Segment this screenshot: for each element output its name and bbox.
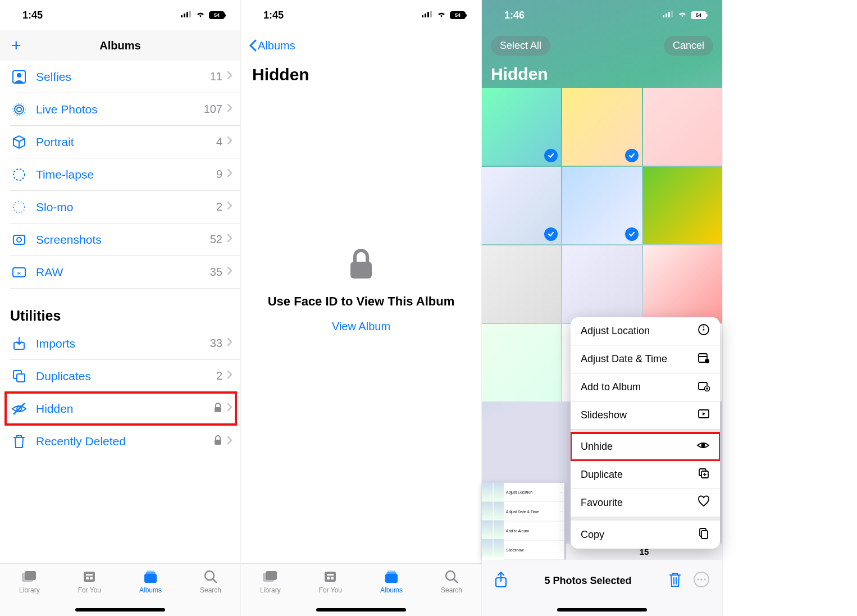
menu-copy[interactable]: Copy [571,521,720,549]
row-label: Screenshots [36,233,210,247]
menu-adjdt[interactable]: Adjust Date & Time [571,345,720,373]
row-label: Time-lapse [36,168,216,181]
album-row-hidden[interactable]: Hidden [10,393,240,425]
cellular-icon [422,10,433,21]
photo-thumb[interactable] [482,88,561,166]
more-button[interactable] [693,571,710,591]
svg-rect-42 [327,577,330,580]
tab-search[interactable]: Search [200,569,221,616]
menu-duplicate[interactable]: Duplicate [571,461,720,489]
wifi-icon [436,10,446,21]
photo-thumb[interactable] [643,167,722,244]
album-row-duplicates[interactable]: Duplicates 2 [10,360,240,393]
slomo-icon [10,198,28,216]
menu-favourite[interactable]: Favourite [571,489,720,517]
back-button[interactable]: Albums [249,39,295,52]
raw-icon: R [10,263,28,281]
screen-hidden-locked: 1:45 54 Albums Hidden Use Face ID to Vie… [241,0,482,616]
home-indicator[interactable] [75,608,165,612]
svg-rect-26 [86,577,89,580]
cellular-icon [663,10,674,21]
album-row-screenshots[interactable]: Screenshots 52 [10,223,240,256]
svg-rect-44 [385,574,398,583]
row-count: 2 [216,200,222,213]
tab-library[interactable]: Library [260,569,281,616]
menu-icon [698,495,710,510]
svg-rect-21 [215,440,221,445]
mini-row: Adjust Location· [504,483,564,502]
row-count: 52 [210,233,222,246]
photo-thumb[interactable] [562,88,641,166]
menu-addalbum[interactable]: Add to Album [571,373,720,401]
tab-label: Albums [380,586,403,594]
row-label: Selfies [36,70,210,84]
screen-hidden-select: 1:46 54 Select All Cancel Hidden [482,0,723,616]
status-bar: 1:45 54 [241,0,481,30]
svg-rect-45 [386,572,396,574]
album-row-selfies[interactable]: Selfies 11 [10,61,240,93]
section-utilities: Utilities [10,308,240,324]
home-indicator[interactable] [316,608,406,612]
page-title: Hidden [491,65,713,84]
tab-library[interactable]: Library [19,569,40,616]
row-count: 4 [216,135,222,148]
duplicates-icon [10,367,28,385]
menu-icon: i [698,323,710,339]
album-row-timelapse[interactable]: Time-lapse 9 [10,158,240,191]
menu-label: Adjust Date & Time [581,353,667,365]
tab-icon [262,569,279,584]
tab-search[interactable]: Search [441,569,462,616]
tab-label: Library [19,586,40,594]
portrait-icon [10,133,28,151]
photo-thumb[interactable] [482,245,561,323]
home-indicator[interactable] [557,608,647,612]
svg-line-32 [213,579,216,582]
svg-line-19 [13,403,25,414]
albums-list[interactable]: Selfies 11 Live Photos 107 Portrait 4 Ti… [0,61,240,563]
album-row-recentlydeleted[interactable]: Recently Deleted [10,425,240,458]
trash-button[interactable] [668,572,682,590]
mini-row: Add to Album· [504,521,564,540]
photo-thumb[interactable] [562,167,641,244]
svg-rect-24 [84,572,95,582]
select-all-button[interactable]: Select All [491,36,550,56]
menu-slideshow[interactable]: Slideshow [571,401,720,430]
tab-icon [81,569,98,584]
row-count: 2 [216,369,222,382]
menu-unhide[interactable]: Unhide [571,433,720,461]
status-bar: 1:45 54 [0,0,240,30]
tab-icon [202,569,219,584]
cancel-button[interactable]: Cancel [664,36,713,56]
album-row-livephotos[interactable]: Live Photos 107 [10,93,240,126]
album-row-slomo[interactable]: Slo-mo 2 [10,191,240,223]
photo-thumb[interactable] [643,88,722,166]
mini-row: Slideshow· [504,541,564,560]
selected-checkmark-icon [544,227,558,241]
photo-thumb[interactable] [562,245,641,323]
nav-bar: Albums [241,30,481,61]
album-row-imports[interactable]: Imports 33 [10,327,240,360]
photo-thumb[interactable] [482,324,561,401]
svg-rect-50 [665,13,667,17]
svg-rect-34 [425,13,426,17]
share-button[interactable] [494,571,508,591]
tab-icon [443,569,460,584]
album-row-raw[interactable]: R RAW 35 [10,256,240,289]
chevron-right-icon [227,201,233,213]
mini-row: Adjust Date & Time· [504,502,564,521]
imports-icon [10,335,28,353]
chevron-right-icon [227,71,233,83]
selected-checkmark-icon [625,149,639,162]
menu-adjloc[interactable]: Adjust Location i [571,317,720,345]
chevron-right-icon [227,266,233,278]
view-album-link[interactable]: View Album [332,320,390,333]
selection-count: 5 Photos Selected [544,575,631,587]
menu-label: Adjust Location [581,325,650,337]
lock-icon [213,435,222,448]
row-label: Slo-mo [36,200,216,214]
photo-thumb[interactable] [482,167,561,244]
menu-icon [698,408,710,423]
tab-icon [21,569,38,584]
photo-thumb[interactable] [643,245,722,323]
album-row-portrait[interactable]: Portrait 4 [10,126,240,158]
